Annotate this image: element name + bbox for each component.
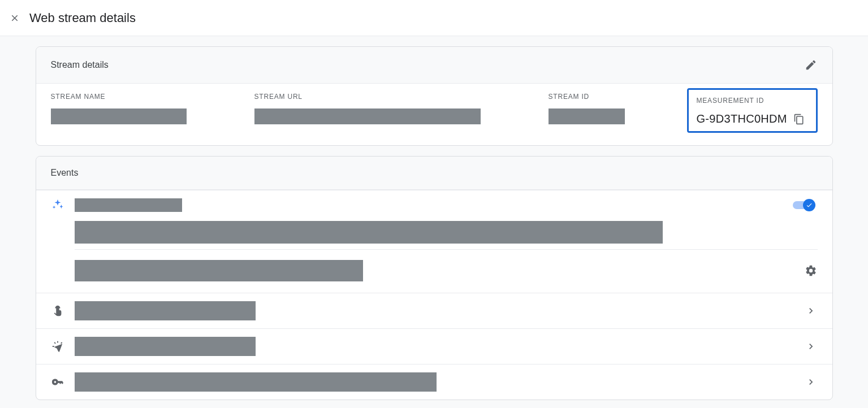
event-enhanced-desc-redacted [75, 221, 663, 244]
events-card: Events [36, 156, 833, 400]
stream-id-value-redacted [549, 108, 625, 124]
page-title: Web stream details [29, 11, 136, 25]
edit-icon[interactable] [804, 58, 818, 72]
stream-details-title: Stream details [51, 60, 804, 70]
event-enhanced-title-redacted [75, 198, 182, 212]
event-click-label-redacted [75, 337, 256, 356]
event-row-click[interactable] [36, 328, 832, 364]
toggle-switch[interactable] [793, 198, 818, 211]
page-header: Web stream details [0, 0, 868, 36]
touch-icon [51, 305, 64, 317]
chevron-right-icon [804, 376, 818, 388]
events-title: Events [51, 168, 818, 178]
measurement-id-value: G-9D3THC0HDM [697, 112, 787, 125]
stream-name-value-redacted [51, 108, 187, 124]
event-row-enhanced [36, 190, 832, 293]
page-body: Stream details STREAM NAME STREAM URL ST… [0, 36, 868, 408]
stream-url-label: STREAM URL [254, 93, 549, 101]
chevron-right-icon [804, 305, 818, 316]
event-enhanced-sub-redacted [75, 260, 363, 281]
close-icon[interactable] [8, 11, 21, 25]
event-touch-label-redacted [75, 301, 256, 320]
stream-url-value-redacted [254, 108, 481, 124]
event-row-key[interactable] [36, 364, 832, 400]
measurement-id-highlight: MEASUREMENT ID G-9D3THC0HDM [687, 88, 818, 133]
sparkle-icon [51, 198, 64, 211]
cursor-click-icon [51, 340, 64, 353]
gear-icon[interactable] [804, 264, 818, 277]
stream-details-row: STREAM NAME STREAM URL STREAM ID MEASURE… [36, 84, 832, 145]
key-icon [51, 376, 64, 388]
events-header: Events [36, 157, 832, 190]
stream-details-header: Stream details [36, 47, 832, 84]
event-key-label-redacted [75, 372, 437, 392]
copy-icon[interactable] [793, 113, 805, 125]
check-icon [806, 202, 813, 209]
event-row-touch[interactable] [36, 293, 832, 328]
measurement-id-label: MEASUREMENT ID [697, 97, 808, 105]
chevron-right-icon [804, 341, 818, 352]
stream-id-label: STREAM ID [549, 93, 687, 101]
stream-details-card: Stream details STREAM NAME STREAM URL ST… [36, 46, 833, 146]
stream-name-label: STREAM NAME [51, 93, 254, 101]
